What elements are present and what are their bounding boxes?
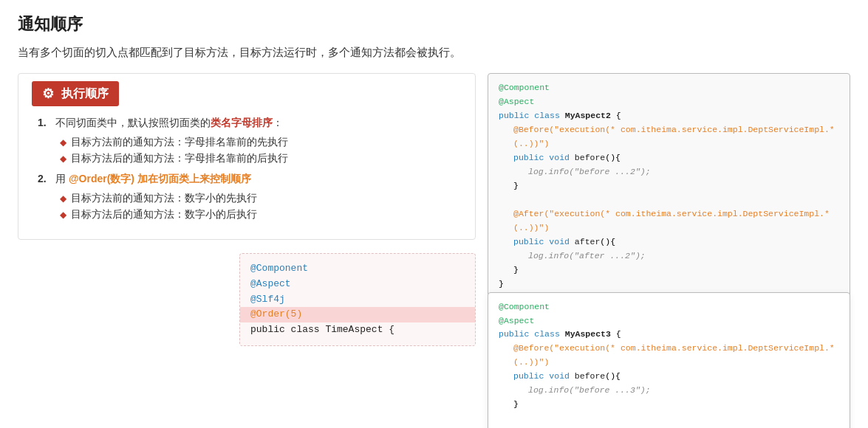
sub-item-1-2-text: 目标方法后的通知方法：字母排名靠前的后执行 [71,152,288,165]
diamond-icon-2: ◆ [60,153,66,164]
page-title: 通知顺序 [18,13,850,35]
list-section: 1. 不同切面类中，默认按照切面类的类名字母排序： ◆ 目标方法前的通知方法：字… [32,117,462,221]
cb1-line-2: @Aspect [499,95,839,109]
cb1-line-10: public void after(){ [499,235,839,249]
cb1-line-1: @Component [499,81,839,95]
small-code-line-5: public class TimeAspect { [250,322,465,338]
cb2-line-5: public void before(){ [499,370,839,384]
list-num-1: 1. [38,117,51,128]
list-item-2: 2. 用 @Order(数字) 加在切面类上来控制顺序 [38,173,462,186]
cb2-line-6: log.info("before ...3"); [499,384,839,398]
cb2-line-2: @Aspect [499,314,839,328]
sub-item-2-1-text: 目标方法前的通知方法：数字小的先执行 [71,192,257,205]
small-code-snippet: @Component @Aspect @Slf4j @Order(5) publ… [239,253,476,346]
diamond-icon-1: ◆ [60,137,66,148]
left-panel: ⚙ 执行顺序 1. 不同切面类中，默认按照切面类的类名字母排序： ◆ [18,73,476,346]
highlight-classname: 类名字母排序 [211,117,273,128]
cb1-line-5: public void before(){ [499,151,839,165]
small-code-line-4: @Order(5) [240,307,475,322]
right-panel: @Component @Aspect public class MyAspect… [488,73,850,428]
exec-order-box: ⚙ 执行顺序 1. 不同切面类中，默认按照切面类的类名字母排序： ◆ [18,73,476,240]
cb1-line-12: } [499,263,839,277]
page-container: 通知顺序 当有多个切面的切入点都匹配到了目标方法，目标方法运行时，多个通知方法都… [0,0,868,428]
small-code-line-1: @Component [250,261,465,277]
cb2-line-7: } [499,398,839,412]
cb2-line-1: @Component [499,300,839,314]
subtitle: 当有多个切面的切入点都匹配到了目标方法，目标方法运行时，多个通知方法都会被执行。 [18,46,850,60]
sub-item-2-2-text: 目标方法后的通知方法：数字小的后执行 [71,208,257,221]
gear-icon: ⚙ [42,86,54,102]
code-box-2: @Component @Aspect public class MyAspect… [488,292,850,428]
exec-header-label: 执行顺序 [61,86,109,102]
cb1-line-7: } [499,179,839,193]
sub-item-1-1: ◆ 目标方法前的通知方法：字母排名靠前的先执行 [60,136,462,149]
diamond-icon-4: ◆ [60,210,66,220]
sub-list-2: ◆ 目标方法前的通知方法：数字小的先执行 ◆ 目标方法后的通知方法：数字小的后执… [60,192,462,221]
list-num-2: 2. [38,173,51,184]
cb2-line-8 [499,412,839,426]
list-item-1: 1. 不同切面类中，默认按照切面类的类名字母排序： [38,117,462,130]
cb1-line-11: log.info("after ...2"); [499,249,839,263]
diamond-icon-3: ◆ [60,193,66,204]
sub-item-2-2: ◆ 目标方法后的通知方法：数字小的后执行 [60,208,462,221]
sub-item-1-2: ◆ 目标方法后的通知方法：字母排名靠前的后执行 [60,152,462,165]
list-item-2-text: 用 @Order(数字) 加在切面类上来控制顺序 [55,173,251,186]
cb1-line-13: } [499,277,839,291]
cb1-line-9: @After("execution(* com.itheima.service.… [499,207,839,235]
main-content: ⚙ 执行顺序 1. 不同切面类中，默认按照切面类的类名字母排序： ◆ [18,73,850,428]
sub-list-1: ◆ 目标方法前的通知方法：字母排名靠前的先执行 ◆ 目标方法后的通知方法：字母排… [60,136,462,165]
small-code-line-3: @Slf4j [250,292,465,308]
list-item-1-text: 不同切面类中，默认按照切面类的类名字母排序： [55,117,283,130]
sub-item-2-1: ◆ 目标方法前的通知方法：数字小的先执行 [60,192,462,205]
cb1-line-3: public class MyAspect2 { [499,109,839,123]
cb2-line-4: @Before("execution(* com.itheima.service… [499,342,839,370]
code-box-1: @Component @Aspect public class MyAspect… [488,73,850,300]
sub-item-1-1-text: 目标方法前的通知方法：字母排名靠前的先执行 [71,136,288,149]
cb2-line-3: public class MyAspect3 { [499,328,839,342]
small-code-line-2: @Aspect [250,277,465,292]
highlight-order: @Order(数字) 加在切面类上来控制顺序 [69,173,251,184]
cb1-line-8 [499,193,839,207]
cb1-line-6: log.info("before ...2"); [499,165,839,179]
cb1-line-4: @Before("execution(* com.itheima.service… [499,123,839,151]
exec-header: ⚙ 执行顺序 [32,81,119,106]
